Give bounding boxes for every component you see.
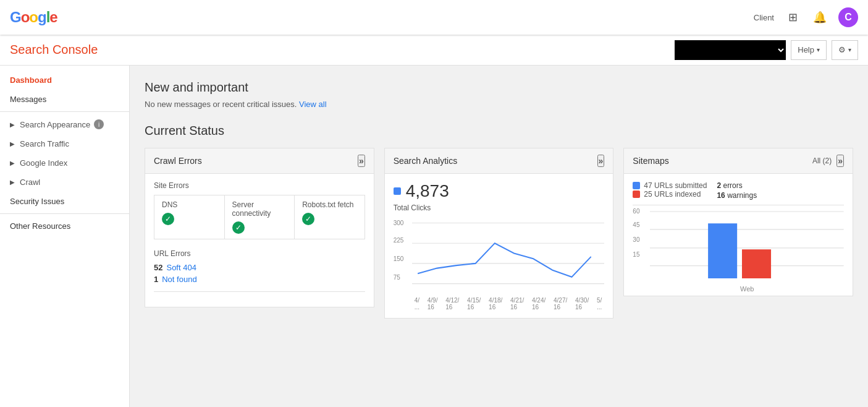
arrow-icon: ▶ bbox=[10, 140, 15, 147]
sidebar-item-google-index[interactable]: ▶ Google Index bbox=[0, 153, 129, 173]
subheader: Search Console Help ▾ ⚙ ▾ bbox=[0, 35, 868, 66]
search-analytics-body: 4,873 Total Clicks 300 225 150 75 bbox=[385, 174, 613, 318]
sitemaps-body: 47 URLs submitted 25 URLs indexed bbox=[624, 174, 853, 296]
sidebar-item-security-issues[interactable]: Security Issues bbox=[0, 192, 129, 211]
sitemaps-expand-button[interactable]: » bbox=[836, 155, 844, 167]
errors-count: 2 bbox=[717, 181, 721, 190]
site-errors-table: DNS ✓ Server connectivity ✓ Robots.txt f… bbox=[154, 195, 365, 239]
settings-button[interactable]: ⚙ ▾ bbox=[832, 40, 858, 60]
notfound-count: 1 bbox=[154, 275, 158, 284]
card-divider bbox=[154, 291, 365, 292]
sitemaps-header: Sitemaps All (2) » bbox=[624, 148, 853, 174]
sm-y-30: 30 bbox=[633, 236, 639, 243]
blue-legend-dot bbox=[633, 182, 640, 189]
sitemaps-card: Sitemaps All (2) » bbox=[623, 148, 853, 296]
chevron-down-icon: ▾ bbox=[817, 46, 820, 53]
sm-y-45: 45 bbox=[633, 221, 639, 228]
new-important-section: New and important No new messages or rec… bbox=[145, 80, 853, 109]
crawl-errors-card: Crawl Errors » Site Errors DNS ✓ Server … bbox=[145, 148, 374, 307]
url-errors-label: URL Errors bbox=[154, 249, 365, 258]
new-important-subtitle: No new messages or recent critical issue… bbox=[145, 100, 853, 109]
google-logo: Google bbox=[10, 9, 57, 26]
sidebar-divider bbox=[0, 111, 129, 112]
y-label-300: 300 bbox=[394, 220, 404, 226]
help-button[interactable]: Help ▾ bbox=[791, 40, 827, 60]
sitemaps-title: Sitemaps bbox=[633, 156, 668, 166]
svg-rect-8 bbox=[708, 223, 737, 278]
expand-icon: » bbox=[599, 156, 604, 166]
sm-y-15: 15 bbox=[633, 251, 639, 258]
arrow-icon: ▶ bbox=[10, 121, 15, 128]
robots-label: Robots.txt fetch bbox=[302, 200, 357, 209]
soft404-row: 52 Soft 404 bbox=[154, 263, 365, 272]
line-chart-wrapper: 300 225 150 75 bbox=[394, 220, 605, 311]
warnings-label: warnings bbox=[727, 191, 757, 200]
sidebar-item-search-traffic[interactable]: ▶ Search Traffic bbox=[0, 134, 129, 153]
svg-rect-9 bbox=[742, 249, 771, 278]
expand-icon: » bbox=[838, 156, 843, 166]
dns-check-icon: ✓ bbox=[162, 213, 174, 225]
y-label-150: 150 bbox=[394, 255, 404, 262]
sidebar-item-search-appearance[interactable]: ▶ Search Appearance i bbox=[0, 114, 129, 134]
sm-y-60: 60 bbox=[633, 208, 639, 215]
bar-chart-container: 60 45 30 15 bbox=[633, 208, 844, 288]
client-label: Client bbox=[754, 13, 774, 22]
new-important-title: New and important bbox=[145, 80, 853, 95]
crawl-errors-body: Site Errors DNS ✓ Server connectivity ✓ … bbox=[145, 174, 374, 307]
topbar-right: Client ⊞ 🔔 C bbox=[754, 7, 858, 27]
soft404-link[interactable]: Soft 404 bbox=[166, 263, 196, 272]
notfound-row: 1 Not found bbox=[154, 275, 365, 284]
page-title: Search Console bbox=[10, 43, 98, 57]
view-all-link[interactable]: View all bbox=[299, 100, 327, 109]
arrow-icon: ▶ bbox=[10, 179, 15, 186]
total-clicks-label: Total Clicks bbox=[394, 204, 605, 212]
sidebar: Dashboard Messages ▶ Search Appearance i… bbox=[0, 66, 130, 407]
notifications-icon[interactable]: 🔔 bbox=[811, 9, 828, 26]
soft404-count: 52 bbox=[154, 263, 162, 272]
y-label-75: 75 bbox=[394, 274, 400, 281]
sidebar-item-messages[interactable]: Messages bbox=[0, 90, 129, 109]
property-select[interactable] bbox=[675, 40, 786, 60]
server-label: Server connectivity bbox=[232, 200, 287, 218]
notfound-link[interactable]: Not found bbox=[162, 275, 196, 284]
search-analytics-expand-button[interactable]: » bbox=[597, 155, 605, 167]
x-axis-labels: 4/... 4/9/16 4/12/16 4/15/16 4/18/16 4/2… bbox=[412, 297, 605, 311]
sitemaps-all-label: All (2) bbox=[812, 156, 832, 165]
indexed-label: URLs indexed bbox=[654, 190, 701, 199]
cards-row: Crawl Errors » Site Errors DNS ✓ Server … bbox=[145, 148, 853, 319]
bar-chart-svg bbox=[650, 208, 844, 282]
errors-label: errors bbox=[723, 181, 742, 190]
current-status-title: Current Status bbox=[145, 124, 853, 138]
search-analytics-title: Search Analytics bbox=[394, 156, 458, 166]
sa-color-dot bbox=[394, 187, 401, 195]
server-check-icon: ✓ bbox=[232, 221, 245, 234]
crawl-errors-header: Crawl Errors » bbox=[145, 148, 374, 174]
sitemaps-legend-section: 47 URLs submitted 25 URLs indexed bbox=[633, 181, 707, 199]
sidebar-item-crawl[interactable]: ▶ Crawl bbox=[0, 173, 129, 192]
y-label-225: 225 bbox=[394, 237, 404, 244]
grid-icon[interactable]: ⊞ bbox=[784, 9, 801, 26]
crawl-errors-expand-button[interactable]: » bbox=[358, 155, 365, 167]
sidebar-divider bbox=[0, 213, 129, 214]
crawl-errors-title: Crawl Errors bbox=[154, 156, 202, 166]
indexed-count: 25 bbox=[644, 190, 652, 199]
sidebar-item-other-resources[interactable]: Other Resources bbox=[0, 216, 129, 236]
submitted-legend: 47 URLs submitted bbox=[633, 181, 707, 190]
avatar[interactable]: C bbox=[838, 7, 858, 27]
total-clicks-number: 4,873 bbox=[406, 181, 449, 201]
gear-icon: ⚙ bbox=[838, 45, 846, 54]
site-errors-label: Site Errors bbox=[154, 181, 365, 190]
sidebar-item-dashboard[interactable]: Dashboard bbox=[0, 71, 129, 90]
search-analytics-header: Search Analytics » bbox=[385, 148, 613, 174]
bar-chart-x-labels: Web bbox=[650, 285, 844, 293]
robots-col: Robots.txt fetch ✓ bbox=[295, 195, 364, 239]
main-layout: Dashboard Messages ▶ Search Appearance i… bbox=[0, 66, 868, 407]
arrow-icon: ▶ bbox=[10, 160, 15, 166]
line-chart-svg bbox=[412, 220, 605, 294]
submitted-label: URLs submitted bbox=[654, 181, 707, 190]
red-legend-dot bbox=[633, 191, 640, 198]
search-analytics-card: Search Analytics » 4,873 Total Clicks 30 bbox=[384, 148, 614, 319]
info-icon: i bbox=[94, 119, 104, 129]
expand-icon: » bbox=[359, 156, 364, 166]
submitted-count: 47 bbox=[644, 181, 652, 190]
